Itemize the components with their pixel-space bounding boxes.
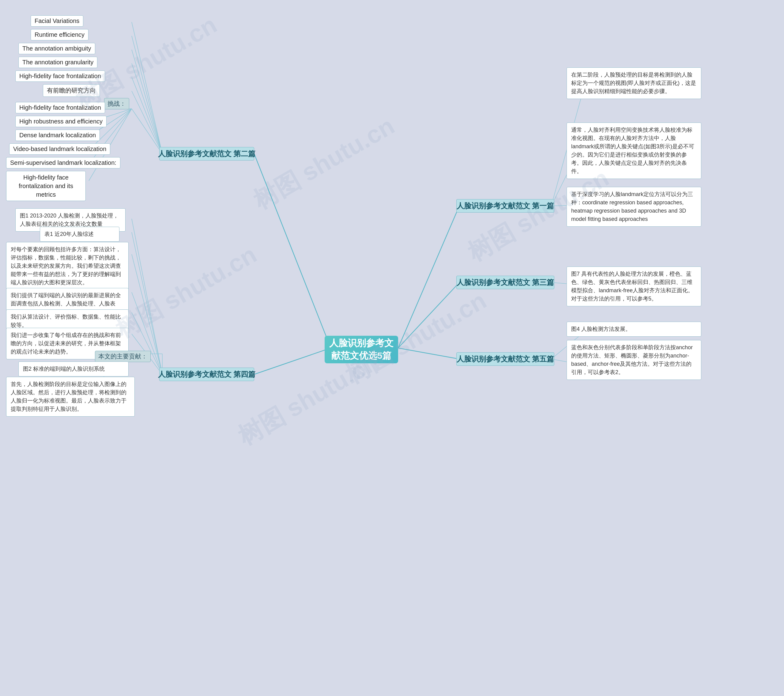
leaf-runtime-efficiency: Runtime efficiency <box>31 29 89 40</box>
svg-line-4 <box>398 348 460 359</box>
leaf-video-based: Video-based landmark localization <box>9 143 110 155</box>
leaf-process-desc: 首先，人脸检测阶段的目标是定位输入图像上的人脸区域。然后，进行人脸预处理，将检测… <box>6 377 135 417</box>
svg-line-6 <box>132 36 162 154</box>
svg-line-5 <box>132 22 162 154</box>
svg-line-0 <box>254 154 331 348</box>
leaf-high-robustness: High robustness and efficiency <box>15 116 107 127</box>
contribution-label: 本文的主要贡献： <box>95 351 151 362</box>
leaf-facial-variations: Facial Variations <box>31 15 83 26</box>
svg-line-8 <box>132 63 162 154</box>
leaf-high-fidelity-1: High-fidelity face frontalization <box>15 71 105 82</box>
leaf-fig4: 图4 人脸检测方法发展。 <box>567 322 701 336</box>
svg-line-1 <box>254 348 331 374</box>
leaf-table1: 表1 近20年人脸综述 <box>40 227 119 242</box>
branch-fourth: 人脸识别参考文献范文 第四篇 <box>159 368 254 381</box>
branch-second: 人脸识别参考文献范文 第二篇 <box>159 147 254 160</box>
challenge-label: 挑战： <box>104 98 129 109</box>
leaf-dense-landmark: Dense landmark localization <box>15 130 100 141</box>
branch-fifth: 人脸识别参考文献范文 第五篇 <box>456 352 554 366</box>
leaf-annotation-ambiguity: The annotation ambiguity <box>18 43 95 54</box>
leaf-survey-desc: 对每个要素的回顾包括许多方面：算法设计，评估指标，数据集，性能比较，剩下的挑战，… <box>6 242 128 290</box>
leaf-semi-supervised: Semi-supervised landmark localization: <box>6 157 120 168</box>
leaf-detection-desc: 蓝色和灰色分别代表多阶段和单阶段方法按anchor的使用方法、矩形、椭圆形、菱形… <box>567 340 701 380</box>
leaf-high-fidelity-metrics: High-fidelity face frontalization and it… <box>6 171 86 201</box>
leaf-annotation-granularity: The annotation granularity <box>18 57 97 68</box>
leaf-phase2-desc: 在第二阶段，人脸预处理的目标是将检测到的人脸标定为一个规范的视图(即人脸对齐或正… <box>567 68 701 99</box>
branch-third: 人脸识别参考文献范文 第三篇 <box>456 276 554 289</box>
center-node: 人脸识别参考文献范文优选5篇 <box>324 336 398 363</box>
leaf-landmark-methods: 基于深度学习的人脸landmark定位方法可以分为三种：coordinate r… <box>567 187 701 227</box>
svg-line-7 <box>132 49 162 154</box>
leaf-align-desc: 通常，人脸对齐利用空间变换技术将人脸校准为标准化视图。在现有的人脸对齐方法中，人… <box>567 122 701 179</box>
svg-line-2 <box>398 206 460 348</box>
leaf-fig2: 图2 标准的端到端的人脸识别系统 <box>18 361 128 376</box>
svg-line-10 <box>132 91 162 154</box>
leaf-high-fidelity-2: High-fidelity face frontalization <box>15 102 105 113</box>
svg-line-22 <box>132 312 162 374</box>
leaf-fig7: 图7 具有代表性的人脸处理方法的发展，橙色、蓝色、绿色、黄灰色代表坐标回归、热图… <box>567 267 701 306</box>
leaf-forward-research: 有前瞻的研究方向 <box>43 84 100 97</box>
svg-line-3 <box>398 282 460 348</box>
branch-first: 人脸识别参考文献范文 第一篇 <box>456 199 554 213</box>
